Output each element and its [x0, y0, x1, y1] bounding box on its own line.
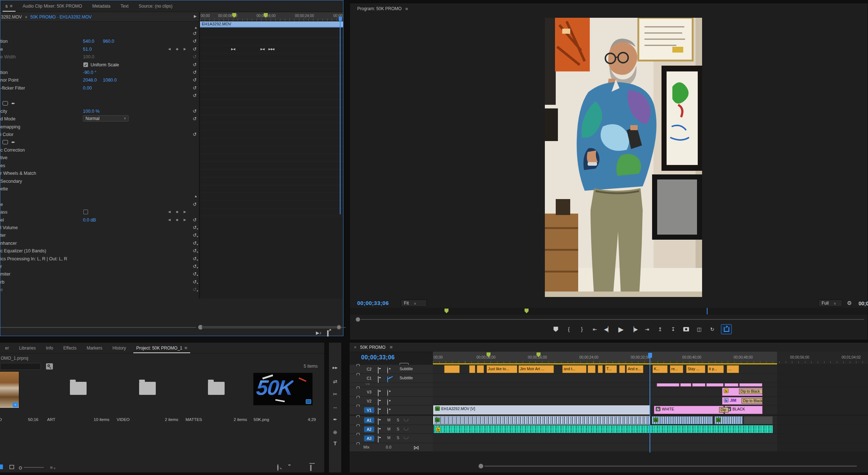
effect-property-row[interactable]: tive — [0, 154, 199, 162]
effect-property-row[interactable]: ✓Uniform Scale↺ — [0, 61, 199, 69]
type-tool[interactable]: T — [334, 441, 337, 446]
effect-property-row[interactable]: i Color↺ — [0, 131, 199, 139]
effect-property-row[interactable]: city100.0 %↺ — [0, 108, 199, 115]
subtitle-clip[interactable]: ... — [727, 365, 739, 373]
property-value[interactable]: 960.0 — [103, 39, 114, 44]
subtitle-clip[interactable] — [477, 365, 484, 373]
reset-parameter-icon[interactable]: ↺▾ — [193, 271, 198, 277]
export-frame-button[interactable] — [682, 325, 690, 334]
chevron-down-icon[interactable]: ∨ — [25, 15, 27, 19]
reset-parameter-icon[interactable]: ↺ — [193, 116, 197, 121]
item-name[interactable]: VIDEO — [117, 417, 130, 422]
effect-group-row[interactable]: ↺ — [0, 30, 199, 38]
zoom-slider-track[interactable] — [24, 467, 44, 468]
sync-lock-icon[interactable] — [378, 418, 379, 425]
effect-property-row[interactable]: r Wheels & Match — [0, 170, 199, 177]
fx-badge-icon[interactable]: fx — [654, 418, 658, 422]
sequence-marker-icon[interactable] — [525, 309, 529, 313]
extract-button[interactable]: ↧ — [669, 325, 677, 334]
reset-parameter-icon[interactable]: ↺▾ — [193, 232, 198, 238]
keyframe-icon[interactable]: ▶◀ — [231, 48, 235, 51]
track-output-eye-icon[interactable] — [387, 399, 388, 406]
property-value[interactable]: -90.0 ° — [83, 70, 96, 75]
dip-to-black-transition[interactable]: Dip to Black — [739, 389, 763, 394]
subtitle-clip[interactable]: re... — [670, 365, 683, 373]
ec-lane-scrollbar-handle[interactable] — [337, 325, 341, 330]
effect-controls-tab[interactable]: Audio Clip Mixer: 50K PROMO — [18, 0, 87, 12]
track-header-a3[interactable]: A3MS — [350, 434, 433, 443]
mask-pen-icon[interactable]: ✒ — [11, 140, 15, 145]
track-output-eye-icon[interactable] — [387, 390, 388, 396]
property-checkbox[interactable] — [83, 210, 88, 214]
zoom-level-select[interactable]: Fit∨ — [401, 300, 427, 307]
bowtie-icon[interactable]: ⋈ — [413, 444, 419, 451]
search-icon[interactable] — [46, 363, 53, 369]
effect-property-row[interactable]: nor Point2048.01080.0↺ — [0, 77, 199, 84]
effect-lane-clip-bar[interactable]: EH1A3292.MOV — [200, 21, 343, 28]
reset-parameter-icon[interactable]: ↺ — [193, 62, 197, 67]
subtitle-clip[interactable] — [598, 365, 603, 373]
image-thumbnail[interactable]: 50K — [254, 373, 312, 405]
effect-property-row[interactable]: ics Processing In: L, R | Out: L, R↺▾ — [0, 255, 199, 263]
effect-property-row[interactable]: rb↺▾ — [0, 278, 199, 286]
export-button[interactable] — [721, 324, 732, 334]
item-name[interactable]: MATTES — [185, 417, 202, 422]
sort-icon[interactable]: ≡ ∨ — [50, 465, 56, 470]
solo-button[interactable]: S — [397, 418, 399, 422]
timeline-scrollbar-track[interactable] — [484, 466, 857, 467]
effect-controls-tab[interactable]: Metadata — [87, 0, 116, 12]
project-item-o[interactable]: ⌗O50;16 — [0, 372, 38, 415]
item-name[interactable]: O — [0, 417, 2, 422]
show-timeline-arrow-icon[interactable]: ▶ — [194, 14, 197, 18]
track-target-badge[interactable]: V1 — [364, 407, 374, 413]
track-lane-c2[interactable]: Just like to...Jim Moir Art ...and t...T… — [433, 365, 868, 374]
track-header-v1[interactable]: V1 — [350, 405, 433, 415]
track-header-a2[interactable]: A2MS — [350, 425, 433, 434]
sync-lock-icon[interactable] — [378, 428, 379, 434]
fx-badge-icon[interactable]: fx — [656, 407, 660, 411]
reset-parameter-icon[interactable]: ↺ — [193, 70, 197, 75]
scroll-up-icon[interactable]: ▲ — [194, 26, 197, 29]
track-target-badge[interactable]: A1 — [364, 417, 374, 423]
subtitle-clip[interactable]: And e... — [626, 365, 643, 373]
sequence-marker-icon[interactable] — [445, 309, 448, 313]
subtitle-clip[interactable] — [444, 365, 460, 373]
mix-level-value[interactable]: 0.0 — [386, 445, 391, 449]
reset-parameter-icon[interactable]: ↺▾ — [193, 225, 198, 231]
mark-in-button[interactable]: { — [564, 325, 573, 334]
graphic-clip[interactable] — [657, 383, 679, 387]
play-audio-icon[interactable]: ▶♪ — [316, 330, 321, 336]
dip-to-black-transition[interactable]: Dip to Black — [742, 398, 763, 404]
subtitle-clip[interactable]: K... — [652, 365, 668, 373]
track-lane-mix[interactable] — [433, 443, 868, 452]
graphic-clip[interactable] — [739, 383, 762, 387]
program-scrubber[interactable] — [350, 308, 868, 314]
track-header-v4[interactable]: V4 — [350, 383, 433, 387]
playhead-handle[interactable] — [339, 17, 342, 21]
mask-rectangle-icon[interactable] — [3, 140, 8, 144]
timeline-scrollbar-handle[interactable] — [479, 464, 483, 468]
sync-lock-icon[interactable] — [378, 367, 379, 374]
track-target-badge[interactable]: C2 — [364, 366, 374, 372]
settings-wrench-icon[interactable]: ⚙ — [847, 300, 852, 306]
project-tab[interactable]: Libraries — [14, 343, 41, 353]
track-output-eye-icon[interactable] — [387, 408, 388, 414]
scroll-up-icon[interactable]: ▲ — [194, 194, 197, 198]
ec-left-scrollbar[interactable] — [0, 327, 196, 328]
track-target-badge[interactable]: V3 — [364, 389, 374, 395]
dip-transition[interactable]: Dip — [719, 407, 729, 413]
project-tab[interactable]: Info — [41, 343, 58, 353]
razor-tool[interactable]: ✂ — [333, 391, 337, 397]
property-value[interactable]: 2048.0 — [83, 78, 97, 83]
folder-icon[interactable] — [70, 382, 87, 395]
property-value[interactable]: 100.0 — [83, 54, 94, 59]
graphic-clip[interactable] — [725, 383, 738, 387]
zoom-slider-knob[interactable] — [19, 465, 22, 471]
subtitle-clip[interactable]: Jim Moir Art ... — [518, 365, 554, 373]
reset-parameter-icon[interactable]: ↺ — [193, 77, 197, 83]
sync-lock-icon[interactable] — [378, 408, 379, 414]
reset-parameter-icon[interactable]: ↺ — [193, 217, 197, 223]
sequence-clip-name[interactable]: 50K PROMO · EH1A3292.MOV — [30, 15, 92, 20]
effect-property-row[interactable]: r↺▾ — [0, 263, 199, 270]
video-clip[interactable]: fxWHITE — [654, 406, 724, 414]
